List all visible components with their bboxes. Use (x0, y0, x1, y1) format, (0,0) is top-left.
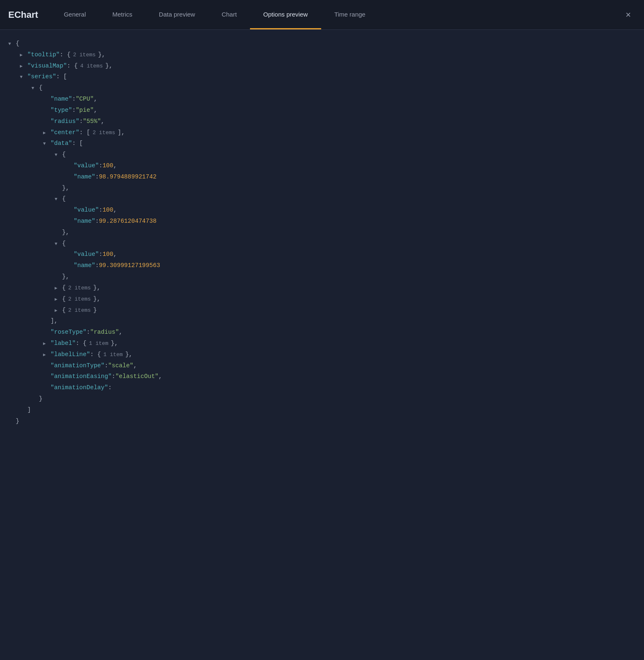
tab-time-range[interactable]: Time range (321, 0, 379, 29)
data-item1-name: "name" : 98.9794889921742 (8, 171, 644, 183)
content-area: { "tooltip" : { 2 items }, "visualMap" :… (0, 30, 644, 660)
series-item-toggle[interactable] (31, 82, 38, 94)
root-toggle[interactable] (8, 38, 15, 49)
data-toggle[interactable] (43, 138, 50, 149)
data-item3-value: "value" : 100 , (8, 249, 644, 260)
animationeasing-line: "animationEasing" : "elasticOut" , (8, 371, 644, 382)
tab-general[interactable]: General (50, 0, 99, 29)
data-item2-close: }, (8, 227, 644, 238)
rosetype-line: "roseType" : "radius" , (8, 327, 644, 338)
visualmap-line: "visualMap" : { 4 items }, (8, 60, 644, 72)
tab-metrics[interactable]: Metrics (99, 0, 146, 29)
tab-bar: General Metrics Data preview Chart Optio… (50, 0, 621, 29)
radius-line: "radius" : "55%" , (8, 116, 644, 127)
data-item4-toggle[interactable] (55, 282, 61, 294)
tab-options-preview[interactable]: Options preview (250, 0, 321, 29)
data-item3-open: { (8, 238, 644, 249)
data-item3-toggle[interactable] (55, 238, 61, 249)
visualmap-toggle[interactable] (20, 60, 26, 72)
data-item1-close: }, (8, 183, 644, 194)
root-open: { (8, 38, 644, 49)
tooltip-line: "tooltip" : { 2 items }, (8, 49, 644, 60)
data-item2-open: { (8, 193, 644, 205)
data-item1-toggle[interactable] (55, 149, 61, 160)
close-button[interactable]: × (621, 7, 636, 22)
series-open: "series" : [ (8, 71, 644, 82)
data-item5-toggle[interactable] (55, 294, 61, 305)
series-item-close: } (8, 393, 644, 405)
series-close: ] (8, 405, 644, 416)
animationdelay-line: "animationDelay" : (8, 382, 644, 393)
animationtype-line: "animationType" : "scale" , (8, 360, 644, 371)
type-line: "type" : "pie" , (8, 105, 644, 116)
tab-data-preview[interactable]: Data preview (146, 0, 209, 29)
tab-chart[interactable]: Chart (208, 0, 250, 29)
name-line: "name" : "CPU" , (8, 94, 644, 105)
labelline-toggle[interactable] (43, 349, 50, 360)
series-toggle[interactable] (20, 71, 26, 82)
center-toggle[interactable] (43, 127, 50, 138)
series-item-open: { (8, 82, 644, 94)
data-item3-close: }, (8, 271, 644, 282)
data-open: "data" : [ (8, 138, 644, 149)
tooltip-toggle[interactable] (20, 49, 26, 60)
json-tree: { "tooltip" : { 2 items }, "visualMap" :… (8, 38, 644, 426)
data-item4-collapsed: { 2 items }, (8, 282, 644, 294)
data-item6-collapsed: { 2 items } (8, 305, 644, 316)
data-item2-value: "value" : 100 , (8, 205, 644, 216)
header: EChart General Metrics Data preview Char… (0, 0, 644, 30)
data-item2-toggle[interactable] (55, 193, 61, 205)
data-close: ], (8, 316, 644, 327)
label-toggle[interactable] (43, 338, 50, 349)
label-line: "label" : { 1 item }, (8, 338, 644, 349)
app-logo: EChart (8, 10, 38, 20)
data-item3-name: "name" : 99.30999127199563 (8, 260, 644, 271)
center-line: "center" : [ 2 items ], (8, 127, 644, 138)
root-close: } (8, 416, 644, 427)
data-item5-collapsed: { 2 items }, (8, 294, 644, 305)
labelline-line: "labelLine" : { 1 item }, (8, 349, 644, 360)
data-item2-name: "name" : 99.2876120474738 (8, 216, 644, 227)
data-item1-value: "value" : 100 , (8, 160, 644, 171)
data-item6-toggle[interactable] (55, 305, 61, 316)
data-item1-open: { (8, 149, 644, 160)
